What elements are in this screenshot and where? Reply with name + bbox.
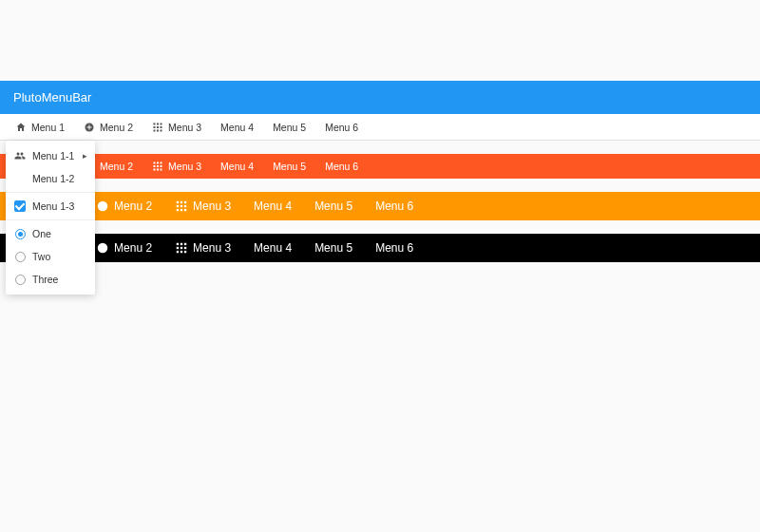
menu-item-6[interactable]: Menu 6 xyxy=(364,192,425,220)
home-icon xyxy=(15,122,27,133)
svg-rect-38 xyxy=(180,251,182,253)
menu-item-5[interactable]: Menu 5 xyxy=(263,114,315,140)
svg-rect-24 xyxy=(177,205,179,207)
app-header: PlutoMenuBar xyxy=(0,81,760,114)
menubar-black: Menu 1 Menu 2 Menu 3 Menu 4 Menu 5 Menu … xyxy=(0,234,760,262)
dropdown-item-one[interactable]: One xyxy=(6,222,95,245)
svg-rect-35 xyxy=(180,247,182,249)
menu-item-4[interactable]: Menu 4 xyxy=(211,114,263,140)
svg-rect-36 xyxy=(184,247,186,249)
menu-item-3[interactable]: Menu 3 xyxy=(142,114,211,140)
svg-rect-18 xyxy=(157,169,159,171)
menu-item-4[interactable]: Menu 4 xyxy=(211,154,263,179)
menu-label: Menu 6 xyxy=(325,122,358,133)
svg-rect-4 xyxy=(154,126,156,128)
dropdown-label: Menu 1-3 xyxy=(32,200,87,212)
menubar-orange: Menu 1 Menu 2 Menu 3 Menu 4 Menu 5 Menu … xyxy=(0,192,760,220)
svg-rect-16 xyxy=(161,165,162,167)
apps-icon xyxy=(152,161,163,172)
menu-item-2[interactable]: Menu 2 xyxy=(85,234,163,262)
menu-label: Menu 2 xyxy=(100,122,133,133)
menu-label: Menu 2 xyxy=(100,161,133,172)
menubar-default: Menu 1 Menu 2 Menu 3 Menu 4 Menu 5 Menu … xyxy=(0,114,760,141)
menu-label: Menu 2 xyxy=(114,200,152,213)
svg-rect-9 xyxy=(161,129,162,131)
menu-item-6[interactable]: Menu 6 xyxy=(315,154,368,179)
dropdown-label: Three xyxy=(32,274,87,285)
menu-label: Menu 5 xyxy=(273,161,306,172)
menu-label: Menu 4 xyxy=(254,241,292,255)
divider xyxy=(6,219,95,220)
menu-item-3[interactable]: Menu 3 xyxy=(163,192,242,220)
menu-item-6[interactable]: Menu 6 xyxy=(315,114,368,140)
radio-icon xyxy=(13,275,27,285)
menu-label: Menu 4 xyxy=(254,200,292,213)
menu-item-2[interactable]: Menu 2 xyxy=(85,192,163,220)
menu-item-5[interactable]: Menu 5 xyxy=(303,192,364,220)
app-title: PlutoMenuBar xyxy=(13,90,91,104)
checkbox-icon xyxy=(13,200,27,212)
svg-rect-39 xyxy=(184,251,186,253)
svg-rect-11 xyxy=(154,162,156,164)
dropdown-label: Menu 1-1 xyxy=(32,150,83,162)
menu-item-4[interactable]: Menu 4 xyxy=(242,192,303,220)
divider xyxy=(6,192,95,193)
svg-rect-14 xyxy=(154,165,156,167)
svg-rect-29 xyxy=(184,209,186,211)
svg-rect-5 xyxy=(157,126,159,128)
menu-item-1[interactable]: Menu 1 xyxy=(6,114,74,140)
svg-rect-17 xyxy=(154,169,156,171)
dropdown-item-two[interactable]: Two xyxy=(6,245,95,268)
svg-rect-37 xyxy=(177,251,179,253)
svg-rect-7 xyxy=(154,129,156,131)
menu-item-2[interactable]: Menu 2 xyxy=(74,114,142,140)
menu-label: Menu 3 xyxy=(193,241,231,255)
spacer xyxy=(0,220,760,234)
radio-icon xyxy=(13,252,27,262)
dropdown-item-three[interactable]: Three xyxy=(6,268,95,291)
menu-item-3[interactable]: Menu 3 xyxy=(142,154,211,179)
spacer xyxy=(0,141,760,154)
add-circle-icon xyxy=(96,241,109,255)
menu-label: Menu 5 xyxy=(273,122,306,133)
menu-label: Menu 1 xyxy=(31,122,65,133)
add-circle-icon xyxy=(84,122,95,133)
svg-rect-32 xyxy=(180,243,182,245)
apps-icon xyxy=(175,241,188,255)
menu-item-3[interactable]: Menu 3 xyxy=(163,234,242,262)
radio-icon xyxy=(13,229,27,239)
svg-rect-25 xyxy=(180,205,182,207)
menu-label: Menu 4 xyxy=(220,161,254,172)
svg-rect-26 xyxy=(184,205,186,207)
menu-item-6[interactable]: Menu 6 xyxy=(364,234,425,262)
menu-label: Menu 5 xyxy=(314,200,352,213)
menu-label: Menu 3 xyxy=(193,200,231,213)
menubar-deep-orange: Menu 1 Menu 2 Menu 3 Menu 4 Menu 5 Menu … xyxy=(0,154,760,179)
dropdown-item-menu-1-2[interactable]: Menu 1-2 xyxy=(6,167,95,190)
svg-rect-34 xyxy=(177,247,179,249)
chevron-right-icon: ▸ xyxy=(83,151,87,161)
add-circle-icon xyxy=(96,200,109,213)
svg-rect-2 xyxy=(157,123,159,124)
menu-label: Menu 3 xyxy=(168,122,201,133)
menu-label: Menu 6 xyxy=(325,161,358,172)
svg-rect-1 xyxy=(154,123,156,124)
menu-label: Menu 5 xyxy=(314,241,352,255)
menu-item-5[interactable]: Menu 5 xyxy=(303,234,364,262)
menu-label: Menu 2 xyxy=(114,241,152,255)
svg-rect-19 xyxy=(161,169,162,171)
dropdown-label: One xyxy=(32,228,87,239)
menu-label: Menu 6 xyxy=(375,200,413,213)
people-icon xyxy=(13,150,27,162)
dropdown-item-menu-1-1[interactable]: Menu 1-1 ▸ xyxy=(6,144,95,167)
svg-rect-28 xyxy=(180,209,182,211)
svg-rect-33 xyxy=(184,243,186,245)
menu-item-4[interactable]: Menu 4 xyxy=(242,234,303,262)
menu-label: Menu 3 xyxy=(168,161,201,172)
menu-label: Menu 4 xyxy=(220,122,254,133)
dropdown-label: Two xyxy=(32,251,87,262)
spacer xyxy=(0,179,760,192)
dropdown-item-menu-1-3[interactable]: Menu 1-3 xyxy=(6,195,95,218)
menu-item-5[interactable]: Menu 5 xyxy=(263,154,315,179)
svg-rect-3 xyxy=(161,123,162,124)
